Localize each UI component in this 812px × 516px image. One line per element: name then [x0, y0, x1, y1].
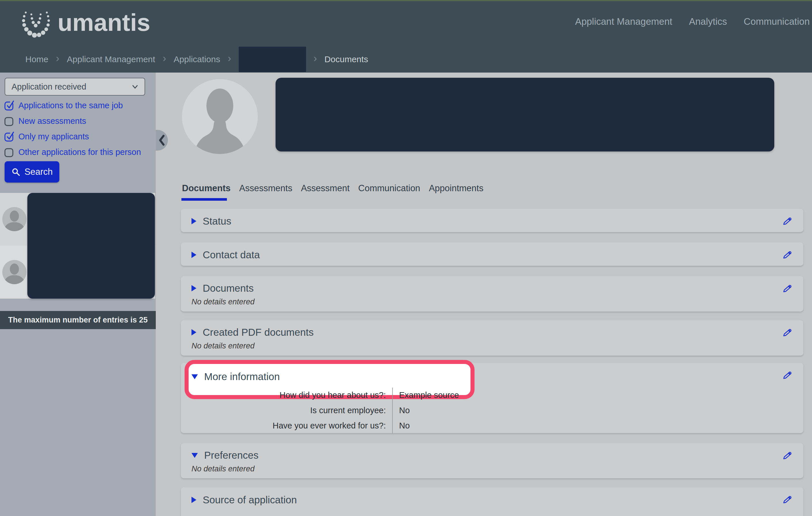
section-header[interactable]: Contact data [181, 242, 803, 261]
umantis-logo[interactable]: umantis [20, 6, 150, 38]
filter-label[interactable]: Applications to the same job [19, 101, 123, 110]
section-title[interactable]: Preferences [204, 450, 259, 461]
filter-label[interactable]: Other applications for this person [19, 147, 141, 157]
section-header[interactable]: Preferences [181, 443, 803, 461]
tab-documents[interactable]: Documents [182, 183, 231, 194]
status-filter-value: Application received [11, 82, 86, 92]
breadcrumb-applicant-management[interactable]: Applicant Management [67, 54, 155, 64]
nav-communication[interactable]: Communication [744, 16, 810, 27]
expander-collapsed-icon[interactable] [192, 218, 196, 224]
chevron-right-icon: › [228, 53, 231, 64]
expander-expanded-icon[interactable] [192, 453, 198, 458]
chevron-left-icon [158, 135, 166, 146]
section-title[interactable]: Source of application [203, 494, 297, 506]
tab-appointments[interactable]: Appointments [429, 183, 484, 194]
max-entries-note: The maximum number of entries is 25 [8, 316, 148, 324]
breadcrumb-current-documents: Documents [324, 54, 368, 64]
pencil-icon [782, 450, 793, 461]
chevron-down-icon [131, 82, 139, 91]
search-button-label: Search [25, 167, 53, 177]
nav-applicant-management[interactable]: Applicant Management [575, 16, 672, 27]
sidebar: Application received Applications to the… [0, 73, 156, 516]
filter-new-assessments[interactable]: New assessments [4, 115, 86, 127]
info-value: No [393, 403, 410, 418]
top-navigation: Applicant Management Analytics Communica… [575, 0, 810, 43]
info-value: No [393, 418, 410, 433]
edit-more-information-button[interactable] [782, 369, 793, 381]
no-details-note: No details entered [181, 464, 803, 474]
section-title[interactable]: Status [203, 216, 231, 227]
person-icon [182, 79, 258, 154]
info-value: Example source [393, 388, 459, 403]
section-status: Status [181, 209, 803, 232]
chevron-right-icon: › [163, 53, 166, 64]
edit-source-of-application-button[interactable] [782, 493, 793, 505]
search-button[interactable]: Search [5, 161, 59, 182]
checked-checkbox-icon[interactable] [4, 131, 15, 142]
sidebar-collapse-button[interactable] [156, 130, 168, 151]
section-header[interactable]: Source of application [181, 487, 803, 506]
filter-label[interactable]: Only my applicants [19, 132, 89, 141]
section-title[interactable]: Documents [203, 283, 254, 294]
unchecked-checkbox-icon[interactable] [4, 147, 15, 157]
section-header[interactable]: Documents [181, 276, 803, 294]
filter-label[interactable]: New assessments [19, 116, 86, 126]
chevron-right-icon: › [56, 53, 59, 64]
filter-other-applications[interactable]: Other applications for this person [4, 146, 141, 159]
expander-collapsed-icon[interactable] [192, 285, 196, 291]
tab-communication[interactable]: Communication [358, 183, 420, 194]
applicant-list-redaction [27, 193, 155, 298]
section-source-of-application: Source of application [181, 487, 803, 516]
applicant-photo-placeholder [182, 79, 258, 154]
section-title[interactable]: More information [204, 371, 280, 382]
edit-status-button[interactable] [782, 215, 793, 227]
checked-checkbox-icon[interactable] [4, 100, 15, 111]
umantis-logo-icon [20, 6, 52, 38]
info-label: Have you ever worked for us?: [181, 418, 393, 433]
info-row-current-employee: Is current employee: No [181, 403, 803, 418]
profile-tabs: Documents Assessments Assessment Communi… [182, 183, 484, 194]
breadcrumb-applications[interactable]: Applications [174, 54, 220, 64]
expander-collapsed-icon[interactable] [192, 329, 196, 336]
section-documents: Documents No details entered [181, 276, 803, 312]
section-title[interactable]: Created PDF documents [203, 326, 314, 338]
edit-preferences-button[interactable] [782, 450, 793, 461]
pencil-icon [782, 283, 793, 294]
expander-collapsed-icon[interactable] [192, 252, 196, 258]
tab-assessment[interactable]: Assessment [301, 183, 350, 194]
tab-assessments[interactable]: Assessments [239, 183, 292, 194]
window-top-edge [0, 0, 812, 1]
edit-contact-data-button[interactable] [782, 249, 793, 260]
info-label: Is current employee: [181, 403, 393, 418]
pencil-icon [782, 493, 793, 505]
expander-expanded-icon[interactable] [192, 374, 198, 379]
breadcrumb: Home › Applicant Management › Applicatio… [25, 46, 368, 73]
info-row-source: How did you hear about us?: Example sour… [181, 388, 803, 403]
section-header[interactable]: Created PDF documents [181, 320, 803, 338]
pencil-icon [782, 369, 793, 381]
section-more-information: More information How did you hear about … [181, 363, 803, 433]
pencil-icon [782, 249, 793, 260]
avatar [2, 260, 27, 284]
section-header[interactable]: More information [181, 363, 803, 382]
max-entries-bar: The maximum number of entries is 25 [0, 311, 156, 329]
section-title[interactable]: Contact data [203, 249, 260, 261]
unchecked-checkbox-icon[interactable] [4, 115, 15, 126]
section-header[interactable]: Status [181, 209, 803, 227]
pencil-icon [782, 326, 793, 338]
person-icon [2, 207, 27, 231]
breadcrumb-home[interactable]: Home [25, 54, 48, 64]
nav-analytics[interactable]: Analytics [689, 16, 727, 27]
pencil-icon [782, 215, 793, 227]
section-created-pdf-documents: Created PDF documents No details entered [181, 320, 803, 355]
more-information-rows: How did you hear about us?: Example sour… [181, 388, 803, 433]
section-preferences: Preferences No details entered [181, 443, 803, 478]
edit-documents-button[interactable] [782, 283, 793, 294]
breadcrumb-redacted-applicant-name[interactable] [239, 47, 306, 72]
status-filter-select[interactable]: Application received [5, 78, 145, 95]
no-details-note: No details entered [181, 342, 803, 350]
expander-collapsed-icon[interactable] [192, 497, 196, 503]
filter-only-my-applicants[interactable]: Only my applicants [4, 130, 89, 143]
filter-applications-same-job[interactable]: Applications to the same job [4, 99, 123, 112]
edit-created-pdf-button[interactable] [782, 326, 793, 338]
